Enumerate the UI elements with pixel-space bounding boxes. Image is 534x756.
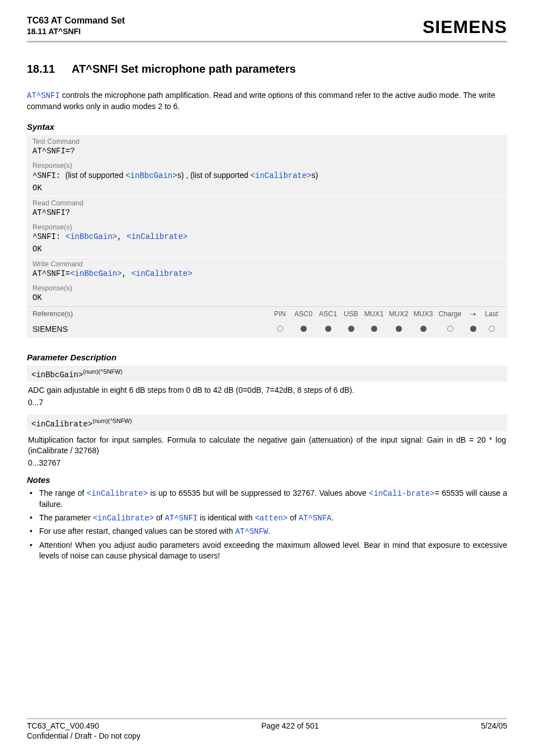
doc-subtitle: 18.11 AT^SNFI xyxy=(27,27,125,36)
test-response-label: Response(s) xyxy=(27,159,507,171)
read-command-label: Read Command xyxy=(27,196,507,208)
col-charge: Charge xyxy=(435,310,465,318)
note-4: Attention! When you adjust audio paramet… xyxy=(27,540,507,561)
dot-airplane xyxy=(470,326,476,332)
page-footer: TC63_ATC_V00.490 Page 422 of 501 5/24/05… xyxy=(27,719,507,740)
n2a: The parameter xyxy=(39,513,93,522)
write-ok: OK xyxy=(27,293,507,306)
n2g: of xyxy=(288,513,298,522)
intro-rest: controls the microphone path amplificati… xyxy=(27,91,495,111)
col-mux3: MUX3 xyxy=(411,310,435,318)
n2-link2[interactable]: AT^SNFI xyxy=(165,514,198,523)
section-heading: 18.11 AT^SNFI Set microphone path parame… xyxy=(27,63,507,76)
notes-heading: Notes xyxy=(27,475,507,485)
note-1: The range of <inCalibrate> is up to 6553… xyxy=(27,488,507,510)
test-ok: OK xyxy=(27,184,507,196)
write-cmd-prefix: AT^SNFI= xyxy=(32,269,70,278)
intro-paragraph: AT^SNFI controls the microphone path amp… xyxy=(27,90,507,112)
read-response-label: Response(s) xyxy=(27,220,507,232)
footer-left: TC63_ATC_V00.490 xyxy=(27,721,99,730)
param-incalibrate-code: <inCalibrate> xyxy=(31,420,92,429)
footer-sub: Confidential / Draft - Do not copy xyxy=(27,731,507,740)
page-header: TC63 AT Command Set 18.11 AT^SNFI SIEMEN… xyxy=(27,16,507,37)
col-usb: USB xyxy=(340,310,362,318)
test-resp-t1: (list of supported xyxy=(65,171,125,180)
read-ok: OK xyxy=(27,245,507,257)
param-desc-heading: Parameter Description xyxy=(27,353,507,362)
n1-link2[interactable]: <inCali-brate> xyxy=(369,489,435,498)
reference-header-row: Reference(s) PIN ASC0 ASC1 USB MUX1 MUX2… xyxy=(27,306,507,321)
param-inbbcgain-sup: (num)(^SNFW) xyxy=(83,368,122,375)
write-sep: , xyxy=(122,269,132,278)
n2-link3[interactable]: <atten> xyxy=(255,514,288,523)
syntax-heading: Syntax xyxy=(27,122,507,132)
col-asc0: ASC0 xyxy=(291,310,316,318)
write-command-label: Write Command xyxy=(27,257,507,269)
syntax-read-block: Read Command AT^SNFI? Response(s) ^SNFI:… xyxy=(27,196,507,257)
section-number: 18.11 xyxy=(27,63,55,76)
n3c: . xyxy=(268,527,270,536)
n2c: of xyxy=(154,513,165,522)
read-sep: , xyxy=(117,232,127,241)
test-param2-link[interactable]: <inCalibrate> xyxy=(250,171,311,180)
syntax-write-block: Write Command AT^SNFI=<inBbcGain>, <inCa… xyxy=(27,257,507,306)
write-response-label: Response(s) xyxy=(27,281,507,293)
dot-charge xyxy=(447,326,453,332)
header-left: TC63 AT Command Set 18.11 AT^SNFI xyxy=(27,16,125,36)
section-title: AT^SNFI Set microphone path parameters xyxy=(72,63,296,76)
n2-link1[interactable]: <inCalibrate> xyxy=(93,514,154,523)
reference-dots xyxy=(269,325,502,334)
n1c: is up to 65535 but will be suppressed to… xyxy=(148,489,369,497)
syntax-test-block: Test Command AT^SNFI=? Response(s) ^SNFI… xyxy=(27,135,507,196)
test-resp-prefix: ^SNFI: xyxy=(32,171,65,180)
dot-asc1 xyxy=(325,326,331,332)
note-2: The parameter <inCalibrate> of AT^SNFI i… xyxy=(27,513,507,524)
col-pin: PIN xyxy=(269,310,291,318)
reference-columns: PIN ASC0 ASC1 USB MUX1 MUX2 MUX3 Charge … xyxy=(269,309,502,318)
dot-mux2 xyxy=(396,326,402,332)
footer-center: Page 422 of 501 xyxy=(261,721,319,730)
col-mux1: MUX1 xyxy=(362,310,386,318)
footer-row: TC63_ATC_V00.490 Page 422 of 501 5/24/05 xyxy=(27,721,507,730)
dot-usb xyxy=(348,326,354,332)
dot-asc0 xyxy=(301,326,307,332)
param-inbbcgain-name: <inBbcGain>(num)(^SNFW) xyxy=(27,365,507,382)
test-resp-t2: s) , (list of supported xyxy=(177,171,251,180)
header-rule xyxy=(27,41,507,43)
param-incalibrate-name: <inCalibrate>(num)(^SNFW) xyxy=(27,415,507,431)
n2i: . xyxy=(331,513,334,522)
n2-link4[interactable]: AT^SNFA xyxy=(298,514,331,523)
dot-last xyxy=(489,326,495,332)
test-param1-link[interactable]: <inBbcGain> xyxy=(125,171,177,180)
dot-mux1 xyxy=(371,326,377,332)
n1-link1[interactable]: <inCalibrate> xyxy=(87,489,148,498)
write-param1-link[interactable]: <inBbcGain> xyxy=(70,269,121,278)
note-3: For use after restart, changed values ca… xyxy=(27,526,507,537)
reference-vendor-row: SIEMENS xyxy=(27,321,507,338)
n2e: is identical with xyxy=(198,513,255,522)
n3-link[interactable]: AT^SNFW xyxy=(235,527,268,536)
write-param2-link[interactable]: <inCalibrate> xyxy=(131,269,192,278)
test-resp-t3: s) xyxy=(312,171,318,180)
dot-mux3 xyxy=(420,326,427,332)
test-command-cmd: AT^SNFI=? xyxy=(27,147,507,159)
param-inbbcgain-range: 0...7 xyxy=(28,398,506,407)
param-incalibrate-range: 0...32767 xyxy=(28,458,506,467)
intro-cmd-link[interactable]: AT^SNFI xyxy=(27,91,60,100)
read-param2-link[interactable]: <inCalibrate> xyxy=(127,232,188,241)
dot-pin xyxy=(277,326,283,332)
read-param1-link[interactable]: <inBbcGain> xyxy=(65,232,117,241)
param-inbbcgain-desc: ADC gain adjustable in eight 6 dB steps … xyxy=(28,385,506,396)
references-label: Reference(s) xyxy=(32,310,269,318)
test-response-line: ^SNFI: (list of supported <inBbcGain>s) … xyxy=(27,171,507,184)
read-command-cmd: AT^SNFI? xyxy=(27,208,507,220)
col-mux2: MUX2 xyxy=(386,310,411,318)
footer-right: 5/24/05 xyxy=(481,721,507,730)
brand-logo: SIEMENS xyxy=(423,16,507,37)
col-airplane-icon: ➝ xyxy=(465,309,481,318)
notes-list: The range of <inCalibrate> is up to 6553… xyxy=(27,488,507,561)
doc-title: TC63 AT Command Set xyxy=(27,16,125,26)
col-last: Last xyxy=(481,310,502,318)
write-command-cmd: AT^SNFI=<inBbcGain>, <inCalibrate> xyxy=(27,269,507,281)
param-incalibrate-desc: Multiplication factor for input samples.… xyxy=(28,435,506,456)
